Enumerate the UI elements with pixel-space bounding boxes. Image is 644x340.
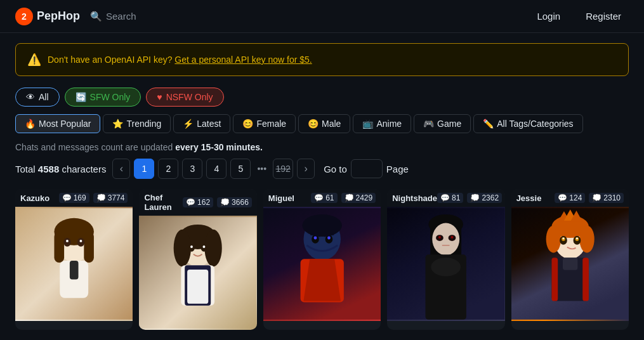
- svg-rect-3: [54, 232, 64, 263]
- header-actions: Login Register: [529, 7, 629, 25]
- msg-icon: 💭: [592, 193, 601, 202]
- anime-icon: 📺: [362, 119, 373, 129]
- tag-anime[interactable]: 📺 Anime: [353, 114, 411, 133]
- filter-all-button[interactable]: 👁 All: [15, 88, 60, 107]
- msg-count-nightshade: 💭2362: [467, 193, 502, 203]
- character-cards-row: Kazuko 💬169 💭3774: [15, 189, 629, 330]
- card-header-nightshade: Nightshade 💬81 💭2362: [387, 189, 504, 207]
- logo[interactable]: 2 PepHop: [15, 8, 80, 25]
- login-button[interactable]: Login: [529, 7, 568, 25]
- fire-icon: 🔥: [25, 119, 36, 129]
- female-label: Female: [256, 119, 286, 129]
- tag-latest[interactable]: ⚡ Latest: [173, 114, 230, 133]
- filter-sfw-label: SFW Only: [90, 92, 131, 102]
- msg-count-kazuko: 💭3774: [93, 193, 128, 203]
- main-content: ⚠️ Don't have an OpenAI API key? Get a p…: [0, 33, 644, 340]
- lightning-icon: ⚡: [183, 119, 194, 129]
- tag-trending[interactable]: ⭐ Trending: [103, 114, 171, 133]
- goto-input[interactable]: [351, 159, 383, 178]
- pagination-dots: •••: [254, 164, 269, 174]
- svg-point-30: [327, 237, 331, 240]
- filter-nsfw-button[interactable]: ♥ NSFW Only: [146, 88, 223, 107]
- card-header-chef-lauren: Chef Lauren 💬162 💭3666: [139, 189, 256, 216]
- character-image-miguel: [263, 207, 381, 321]
- character-image-jessie: [511, 207, 629, 321]
- page-5-button[interactable]: 5: [230, 159, 251, 179]
- card-header-jessie: Jessie 💬124 💭2310: [511, 189, 629, 207]
- svg-point-58: [562, 238, 564, 240]
- character-image-chef-lauren: [139, 216, 256, 330]
- game-icon: 🎮: [423, 119, 434, 129]
- character-image-nightshade: [387, 207, 504, 321]
- chat-icon: 💬: [440, 193, 450, 202]
- chat-count-nightshade: 💬81: [437, 193, 463, 203]
- chat-icon: 💬: [558, 193, 567, 202]
- total-count-label: Total 4588 characters: [15, 164, 106, 174]
- page-2-button[interactable]: 2: [158, 159, 178, 179]
- chat-count-chef-lauren: 💬162: [183, 197, 213, 207]
- filter-sfw-button[interactable]: 🔄 SFW Only: [65, 88, 141, 107]
- logo-icon: 2: [15, 8, 33, 25]
- svg-rect-53: [563, 258, 577, 270]
- notice-bold: every 15-30 minutes.: [175, 142, 263, 152]
- character-card-chef-lauren[interactable]: Chef Lauren 💬162 💭3666: [139, 189, 256, 330]
- warning-icon: ⚠️: [27, 53, 41, 67]
- svg-rect-18: [188, 270, 209, 304]
- character-image-kazuko: [15, 207, 133, 321]
- msg-count-jessie: 💭2310: [589, 193, 624, 203]
- svg-point-22: [203, 245, 206, 248]
- banner-link[interactable]: Get a personal API key now for $5.: [174, 55, 312, 65]
- header: 2 PepHop 🔍 Search Login Register: [0, 0, 644, 33]
- category-filter-row: 🔥 Most Popular ⭐ Trending ⚡ Latest 😊 Fem…: [15, 114, 629, 133]
- character-card-jessie[interactable]: Jessie 💬124 💭2310: [511, 189, 629, 330]
- update-notice: Chats and messages count are updated eve…: [15, 142, 629, 152]
- chat-count-miguel: 💬61: [311, 193, 337, 203]
- svg-point-41: [451, 236, 454, 239]
- pagination-row: Total 4588 characters ‹ 1 2 3 4 5 ••• 19…: [15, 159, 629, 179]
- page-1-button[interactable]: 1: [134, 159, 154, 179]
- character-card-nightshade[interactable]: Nightshade 💬81 💭2362: [387, 189, 504, 330]
- search-button[interactable]: 🔍 Search: [90, 11, 136, 22]
- sfw-icon: 🔄: [76, 92, 86, 102]
- male-icon: 😊: [308, 119, 319, 129]
- api-key-banner: ⚠️ Don't have an OpenAI API key? Get a p…: [15, 43, 629, 76]
- character-name-chef-lauren: Chef Lauren: [144, 193, 183, 212]
- tag-game[interactable]: 🎮 Game: [414, 114, 471, 133]
- notice-prefix: Chats and messages count are updated: [15, 142, 175, 152]
- tag-male[interactable]: 😊 Male: [298, 114, 350, 133]
- tag-all-categories[interactable]: ✏️ All Tags/Categories: [473, 114, 582, 133]
- msg-icon: 💭: [345, 193, 354, 202]
- card-header-kazuko: Kazuko 💬169 💭3774: [15, 189, 133, 207]
- svg-point-14: [174, 230, 191, 267]
- character-card-kazuko[interactable]: Kazuko 💬169 💭3774: [15, 189, 133, 330]
- most-popular-label: Most Popular: [39, 119, 91, 129]
- game-label: Game: [437, 119, 461, 129]
- msg-icon: 💭: [220, 198, 230, 207]
- eye-icon: 👁: [26, 92, 35, 102]
- msg-count-miguel: 💭2429: [341, 193, 376, 203]
- page-4-button[interactable]: 4: [206, 159, 227, 179]
- svg-point-10: [79, 240, 82, 242]
- msg-icon: 💭: [96, 193, 106, 202]
- tag-female[interactable]: 😊 Female: [233, 114, 296, 133]
- goto-label: Go to: [324, 164, 347, 174]
- tag-most-popular[interactable]: 🔥 Most Popular: [15, 114, 100, 133]
- prev-page-button[interactable]: ‹: [112, 159, 130, 179]
- character-card-miguel[interactable]: Miguel 💬61 💭2429: [263, 189, 381, 330]
- star-icon: ⭐: [112, 119, 123, 129]
- msg-icon: 💭: [470, 193, 480, 202]
- page-last-button[interactable]: 192: [273, 159, 293, 179]
- logo-text: PepHop: [37, 10, 80, 23]
- page-3-button[interactable]: 3: [182, 159, 202, 179]
- svg-rect-6: [70, 261, 79, 279]
- card-header-miguel: Miguel 💬61 💭2429: [263, 189, 381, 207]
- all-categories-label: All Tags/Categories: [497, 119, 573, 129]
- chat-icon: 💬: [314, 193, 324, 202]
- svg-point-37: [431, 258, 461, 276]
- register-button[interactable]: Register: [578, 7, 629, 25]
- next-page-button[interactable]: ›: [297, 159, 315, 179]
- card-stats-jessie: 💬124 💭2310: [555, 193, 624, 203]
- anime-label: Anime: [376, 119, 402, 129]
- chat-icon: 💬: [186, 198, 195, 207]
- pencil-icon: ✏️: [483, 119, 494, 129]
